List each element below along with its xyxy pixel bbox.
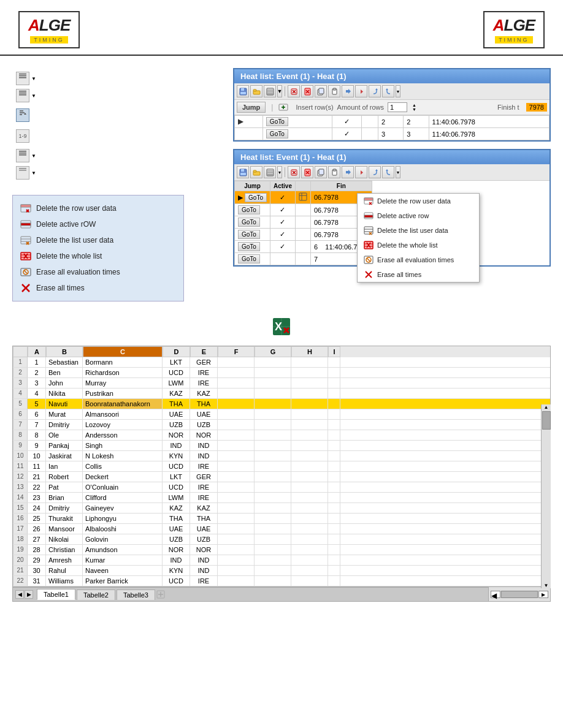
- cell-a[interactable]: 5: [28, 399, 46, 409]
- cell-i[interactable]: [328, 461, 340, 471]
- cell-f[interactable]: [218, 441, 255, 450]
- cell-b[interactable]: Dmitriy: [46, 503, 83, 513]
- row-number[interactable]: 17: [13, 524, 28, 534]
- cell-c[interactable]: Naveen: [83, 566, 163, 575]
- sheet-tab-1[interactable]: Tabelle1: [37, 589, 75, 600]
- cell-d[interactable]: UCD: [163, 482, 190, 492]
- ht2-copy-btn[interactable]: [315, 166, 327, 178]
- cell-c[interactable]: Golovin: [83, 534, 163, 544]
- col-header-G[interactable]: G: [255, 346, 291, 357]
- cell-g[interactable]: [255, 524, 291, 534]
- ht-redo-btn[interactable]: [369, 85, 381, 97]
- jump-button-1[interactable]: Jump: [237, 102, 266, 113]
- cell-g[interactable]: [255, 451, 291, 461]
- col-header-I[interactable]: I: [328, 346, 340, 357]
- cell-d[interactable]: THA: [163, 514, 190, 523]
- cell-a[interactable]: 1: [28, 357, 46, 367]
- cell-f[interactable]: [218, 472, 255, 482]
- cell-a[interactable]: 4: [28, 389, 46, 398]
- menu-item-erase-times[interactable]: Erase all times: [20, 280, 176, 296]
- cell-g[interactable]: [255, 493, 291, 502]
- cell-c[interactable]: Lozovoy: [83, 420, 163, 430]
- cell-i[interactable]: [328, 451, 340, 461]
- ht2-undo-btn[interactable]: [382, 166, 394, 178]
- menu-item-delete-list-user[interactable]: Delete the list user data: [20, 232, 176, 248]
- cell-i[interactable]: [328, 545, 340, 555]
- ht2-open-btn[interactable]: [250, 166, 262, 178]
- cell-i[interactable]: [328, 493, 340, 502]
- goto-cell[interactable]: GoTo: [235, 253, 270, 265]
- menu-item-delete-active-row[interactable]: Delete active rOW: [20, 216, 176, 232]
- cell-a[interactable]: 10: [28, 451, 46, 461]
- cell-i[interactable]: [328, 389, 340, 398]
- cell-c[interactable]: O'Conluain: [83, 482, 163, 492]
- row-number[interactable]: 9: [13, 441, 28, 450]
- goto-btn[interactable]: GoTo: [266, 129, 288, 138]
- amount-input[interactable]: [388, 102, 407, 112]
- cell-a[interactable]: 22: [28, 482, 46, 492]
- list2-dropdown-arrow[interactable]: ▼: [31, 93, 36, 99]
- row-number[interactable]: 14: [13, 493, 28, 502]
- cell-b[interactable]: Ole: [46, 430, 83, 440]
- menu-item-delete-row-user[interactable]: Delete the row user data: [20, 200, 176, 216]
- goto-btn[interactable]: GoTo: [238, 218, 260, 227]
- cell-b[interactable]: Dmitriy: [46, 420, 83, 430]
- cell-g[interactable]: [255, 514, 291, 523]
- ht2-move-btn[interactable]: [342, 166, 354, 178]
- goto-cell[interactable]: ▶ GoTo: [235, 191, 270, 204]
- cell-g[interactable]: [255, 430, 291, 440]
- cell-g[interactable]: [255, 357, 291, 367]
- cell-f[interactable]: [218, 545, 255, 555]
- cell-g[interactable]: [255, 461, 291, 471]
- cell-b[interactable]: Amresh: [46, 555, 83, 565]
- cell-h[interactable]: [291, 524, 328, 534]
- col-header-H[interactable]: H: [291, 346, 328, 357]
- list2-icon-btn[interactable]: [16, 89, 29, 102]
- cell-h[interactable]: [291, 409, 328, 419]
- cell-f[interactable]: [218, 420, 255, 430]
- cell-d[interactable]: UAE: [163, 409, 190, 419]
- cell-g[interactable]: [255, 503, 291, 513]
- col-header-B[interactable]: B: [46, 346, 83, 357]
- ht-dropdown-btn[interactable]: ▼: [277, 85, 282, 97]
- cell-g[interactable]: [255, 534, 291, 544]
- cell-d[interactable]: UCD: [163, 576, 190, 586]
- cell-e[interactable]: IRE: [190, 368, 218, 377]
- ht2-dropdown2-btn[interactable]: ▼: [396, 166, 400, 178]
- cell-g[interactable]: [255, 420, 291, 430]
- cell-i[interactable]: [328, 472, 340, 482]
- ht2-dropdown-btn[interactable]: ▼: [277, 166, 282, 178]
- ctx-delete-whole-list[interactable]: Delete the whole list: [358, 238, 479, 252]
- cell-a[interactable]: 11: [28, 461, 46, 471]
- list4-dropdown-arrow[interactable]: ▼: [31, 170, 36, 176]
- cell-b[interactable]: Nikolai: [46, 534, 83, 544]
- cell-c[interactable]: Bormann: [83, 357, 163, 367]
- goto-btn[interactable]: GoTo: [266, 117, 288, 126]
- col-header-E[interactable]: E: [190, 346, 218, 357]
- cell-b[interactable]: Thurakit: [46, 514, 83, 523]
- cell-d[interactable]: THA: [163, 399, 190, 409]
- row-number[interactable]: 7: [13, 420, 28, 430]
- spinner-up[interactable]: ▲: [411, 103, 418, 107]
- row-number[interactable]: 5: [13, 399, 28, 409]
- cell-a[interactable]: 3: [28, 378, 46, 388]
- cell-e[interactable]: IRE: [190, 493, 218, 502]
- cell-d[interactable]: UZB: [163, 534, 190, 544]
- cell-b[interactable]: Navuti: [46, 399, 83, 409]
- cell-d[interactable]: UZB: [163, 420, 190, 430]
- cell-b[interactable]: Pat: [46, 482, 83, 492]
- cell-c[interactable]: Murray: [83, 378, 163, 388]
- cell-b[interactable]: Brian: [46, 493, 83, 502]
- cell-c[interactable]: Collis: [83, 461, 163, 471]
- cell-h[interactable]: [291, 357, 328, 367]
- cell-e[interactable]: GER: [190, 357, 218, 367]
- cell-d[interactable]: LWM: [163, 493, 190, 502]
- cell-g[interactable]: [255, 368, 291, 377]
- cell-i[interactable]: [328, 441, 340, 450]
- cell-c[interactable]: Clifford: [83, 493, 163, 502]
- ht-dropdown2-btn[interactable]: ▼: [396, 85, 400, 97]
- cell-a[interactable]: 8: [28, 430, 46, 440]
- list4-icon-btn[interactable]: [16, 166, 29, 180]
- cell-f[interactable]: [218, 368, 255, 377]
- cell-e[interactable]: UAE: [190, 409, 218, 419]
